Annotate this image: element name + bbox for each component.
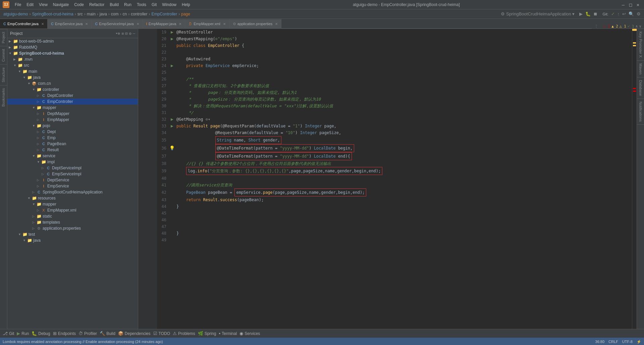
tree-item-com-cn[interactable]: ▼ 📦 com.cn xyxy=(7,80,138,87)
tab-close-icon[interactable]: ✕ xyxy=(137,22,139,26)
breadcrumb-main[interactable]: main xyxy=(87,12,96,16)
tab-close-icon[interactable]: ✕ xyxy=(41,22,44,26)
project-panel-button[interactable]: Project xyxy=(0,29,7,46)
spring-tool-button[interactable]: 🌿 Spring xyxy=(198,331,216,336)
tree-item-springbootcrudheimaapplication[interactable]: ▷ C SpringBootCrudHeimaApplication xyxy=(7,189,138,195)
minimize-button[interactable]: — xyxy=(620,1,627,8)
scroll-down[interactable]: ∨ xyxy=(639,24,641,28)
tree-item-deptmapper[interactable]: ▷ I DeptMapper xyxy=(7,111,138,117)
tree-item-deptserviceimpl[interactable]: ▷ C DeptServiceImpl xyxy=(7,165,138,171)
tree-item-dept[interactable]: ▷ C Dept xyxy=(7,129,138,135)
breadcrumb-java[interactable]: java xyxy=(100,12,107,16)
code-content[interactable]: //调用service分页查询 xyxy=(175,182,632,188)
tree-item-java[interactable]: ▼ 📁 java xyxy=(7,74,138,80)
tab-close-icon[interactable]: ✕ xyxy=(275,22,278,26)
run-gutter-icon[interactable]: ▶ xyxy=(171,62,173,69)
git-undo[interactable]: ↩ xyxy=(622,11,626,16)
tab-empmapperxml[interactable]: 🗒 EmpMapper.xml ✕ xyxy=(185,19,229,28)
breadcrumb-controller[interactable]: controller xyxy=(131,12,147,16)
code-content[interactable]: return Result.success(pageBean); xyxy=(175,196,632,203)
maven-button[interactable]: Maven xyxy=(637,61,644,77)
terminal-tool-button[interactable]: ▪ Terminal xyxy=(219,331,237,336)
code-content[interactable]: public Result page(@RequestParam(default… xyxy=(175,123,632,129)
build-tool-button[interactable]: 🔨 Build xyxy=(100,331,115,336)
code-content[interactable]: * 查看接口文档可知. 2个参数要求有默认值 xyxy=(175,82,632,89)
breadcrumb-cn[interactable]: cn xyxy=(123,12,127,16)
code-content[interactable]: private EmpService empService; xyxy=(175,62,632,69)
tab-empcontroller[interactable]: C EmpController.java ✕ xyxy=(0,19,48,28)
code-content[interactable]: */ xyxy=(175,109,632,116)
search-everywhere[interactable]: 🔍 xyxy=(629,11,634,16)
run-gutter-icon[interactable]: ▶ xyxy=(171,116,173,123)
code-content[interactable]: @Autowired xyxy=(175,56,632,62)
tree-item-boot-web-05-admin[interactable]: ▶ 📁 boot-web-05-admin xyxy=(7,38,138,44)
run-gutter-icon[interactable]: ▶ xyxy=(171,29,173,36)
tree-item-empmapper-xml[interactable]: ▷ X EmpMapper.xml xyxy=(7,207,138,213)
menu-view[interactable]: View xyxy=(36,2,50,8)
tree-item-empservice[interactable]: ▷ I EmpService xyxy=(7,183,138,189)
code-content[interactable]: @RestController xyxy=(175,29,632,36)
menu-build[interactable]: Build xyxy=(107,2,121,8)
todo-tool-button[interactable]: ☑ TODO xyxy=(153,331,170,336)
tree-item-empserviceimpl[interactable]: ▷ C EmpServiceImpl xyxy=(7,171,138,177)
menu-tools[interactable]: Tools xyxy=(134,2,149,8)
tree-item-pagebean[interactable]: ▷ C PageBean xyxy=(7,141,138,147)
breadcrumb-empcontroller[interactable]: EmpController xyxy=(152,12,177,16)
git-checkmark[interactable]: ✓ xyxy=(611,11,615,16)
code-content[interactable]: @GetMapping ⊙▾ xyxy=(175,116,632,123)
code-content[interactable]: String name, Short gender, xyxy=(175,136,632,144)
services-tool-button[interactable]: ◉ Services xyxy=(239,331,260,336)
commit-panel-button[interactable]: Commit xyxy=(0,46,7,64)
code-content[interactable]: * page： 分页查询的页码, 如果未指定, 默认为1 xyxy=(175,89,632,96)
sidebar-icon-5[interactable]: — xyxy=(133,31,135,36)
menu-git[interactable]: Git xyxy=(149,2,159,8)
tree-item--mvn[interactable]: ▶ 📁 .mvn xyxy=(7,56,138,62)
breadcrumb-module[interactable]: SpringBoot-crud-heima xyxy=(32,12,73,16)
tree-item-service[interactable]: ▼ 📁 service xyxy=(7,153,138,159)
tab-overflow[interactable]: ⋮ xyxy=(592,24,601,28)
notifications-button[interactable]: Notifications xyxy=(637,99,644,125)
dependencies-tool-button[interactable]: 📦 Dependencies xyxy=(118,331,151,336)
code-content[interactable]: @DateTimeFormat(pattern = "yyyy-MM-dd") … xyxy=(175,144,632,152)
tree-item-controller[interactable]: ▼ 📁 controller xyxy=(7,87,138,93)
tree-item-empmapper[interactable]: ▷ I EmpMapper xyxy=(7,117,138,123)
tree-item-pojo[interactable]: ▼ 📁 pojo xyxy=(7,123,138,129)
git-tool-button[interactable]: ⎇ Git xyxy=(3,331,14,336)
code-content[interactable]: } xyxy=(175,203,632,210)
tab-empservice[interactable]: C EmpService.java ✕ xyxy=(48,19,92,28)
run-button[interactable]: ▶ xyxy=(579,11,583,16)
tab-close-icon[interactable]: ✕ xyxy=(179,22,181,26)
run-gutter-icon[interactable]: ▶ xyxy=(171,123,173,129)
tree-item-springboot-crud-heima[interactable]: ▼ 📁 SpringBoot-crud-heima xyxy=(7,50,138,56)
code-content[interactable]: @DateTimeFormat(pattern = "yyyy-MM-dd") … xyxy=(175,152,632,160)
sidebar-icon-1[interactable]: ⊕ xyxy=(118,31,120,36)
stop-button[interactable]: ⏹ xyxy=(593,11,598,16)
endpoints-tool-button[interactable]: ⊞ Endpoints xyxy=(53,331,76,336)
menu-window[interactable]: Window xyxy=(159,2,179,8)
tree-item-result[interactable]: ▷ C Result xyxy=(7,147,138,153)
tree-item-resources[interactable]: ▼ 📁 resources xyxy=(7,195,138,201)
menu-file[interactable]: File xyxy=(12,2,24,8)
code-content[interactable]: public class EmpController { xyxy=(175,42,632,49)
tab-applicationproperties[interactable]: ⚙ application.properties ✕ xyxy=(229,19,282,28)
git-push[interactable]: ↑ xyxy=(618,11,620,16)
code-content[interactable]: log.info("分页查询，参数: {},{},{},{},{},{}",pa… xyxy=(175,167,632,175)
tree-item-application-properties[interactable]: ▷ ⚙ application.properties xyxy=(7,225,138,231)
settings-gear[interactable]: ⚙ xyxy=(637,11,641,16)
tree-item-deptcontroller[interactable]: ▷ C DeptController xyxy=(7,93,138,99)
profiler-tool-button[interactable]: ⏱ Profiler xyxy=(78,331,97,336)
menu-run[interactable]: Run xyxy=(121,2,134,8)
run-gutter-icon[interactable]: ▶ xyxy=(171,36,173,42)
tree-item-templates[interactable]: ▷ 📁 templates xyxy=(7,219,138,225)
sidebar-icon-3[interactable]: ⊟ xyxy=(125,31,127,36)
menu-refactor[interactable]: Refactor xyxy=(87,2,107,8)
run-config-dropdown[interactable]: ⚙ SpringBootCrudHeimaApplication ▾ xyxy=(501,11,575,16)
menu-navigate[interactable]: Navigate xyxy=(50,2,71,8)
sidebar-dropdown[interactable]: ▾ xyxy=(115,31,118,36)
tree-item-test[interactable]: ▼ 📁 test xyxy=(7,231,138,237)
tree-item-empcontroller[interactable]: ▷ C EmpController xyxy=(7,99,138,105)
debug-tool-button[interactable]: 🐛 Debug xyxy=(32,331,50,336)
menu-code[interactable]: Code xyxy=(71,2,87,8)
code-content[interactable]: PageBean pageBean = empService.page(page… xyxy=(175,188,632,196)
tab-close-icon[interactable]: ✕ xyxy=(85,22,88,26)
